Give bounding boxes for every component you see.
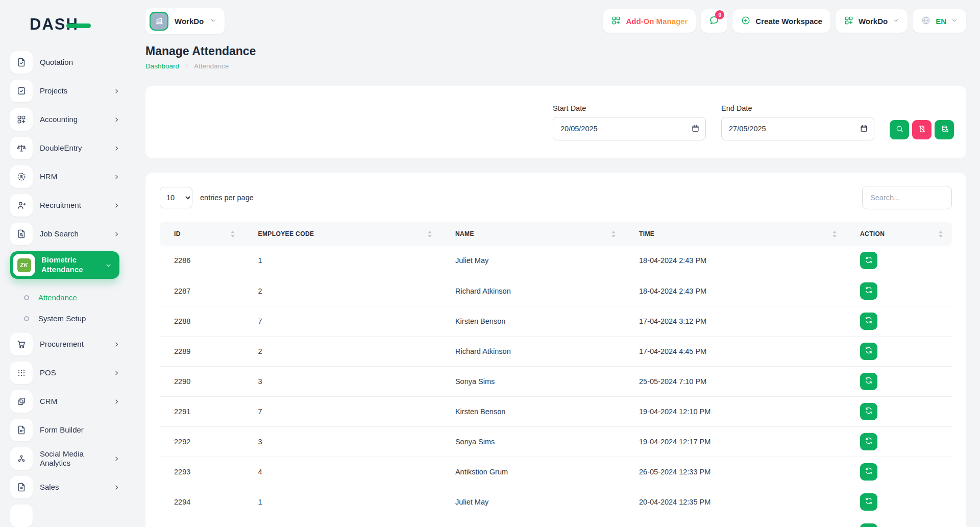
sync-row-button[interactable] xyxy=(860,493,877,511)
cell-id: 2290 xyxy=(160,366,244,396)
sort-icon xyxy=(939,231,943,237)
app-logo[interactable]: DASH xyxy=(10,0,128,49)
cell-time: 26-05-2024 12:33 PM xyxy=(625,457,846,487)
sidebar-item-biometric-attendance[interactable]: ZKBiometric Attendance xyxy=(10,251,119,279)
create-workspace-label: Create Workspace xyxy=(755,17,822,26)
blank-icon xyxy=(10,505,33,527)
start-date-group: Start Date xyxy=(553,104,706,140)
sidebar-item-pos[interactable]: POS xyxy=(10,362,122,384)
messages-button[interactable]: 0 xyxy=(701,9,727,33)
workspace-switcher[interactable]: WorkDo xyxy=(145,8,225,34)
cell-action xyxy=(846,517,952,527)
cell-id: 2287 xyxy=(160,276,244,306)
sidebar-item-job-search[interactable]: Job Search xyxy=(10,223,122,245)
sync-row-button[interactable] xyxy=(860,252,877,269)
table-row: 22892Richard Atkinson17-04-2024 4:45 PM xyxy=(160,336,952,366)
refresh-icon xyxy=(865,437,873,446)
column-header-action[interactable]: ACTION xyxy=(846,222,952,246)
cell-time: 19-04-2024 12:17 PM xyxy=(625,426,846,457)
sync-row-button[interactable] xyxy=(860,343,877,360)
chevron-right-icon xyxy=(113,398,120,405)
table-row: 22903Sonya Sims25-05-2024 7:10 PM xyxy=(160,366,952,396)
refresh-icon xyxy=(865,376,873,386)
end-date-input[interactable] xyxy=(721,117,874,140)
cell-employee-code: 1 xyxy=(244,246,441,276)
receipt-icon xyxy=(10,476,33,498)
sync-row-button[interactable] xyxy=(860,282,877,300)
cell-name: Sonya Sims xyxy=(441,366,625,396)
sidebar-item-crm[interactable]: CRM xyxy=(10,390,122,413)
cell-id: 2289 xyxy=(160,336,244,366)
column-header-employee-code[interactable]: EMPLOYEE CODE xyxy=(244,222,441,246)
table-row: 22934Antikstion Grum26-05-2024 12:33 PM xyxy=(160,457,952,487)
create-workspace-button[interactable]: Create Workspace xyxy=(732,9,830,33)
column-header-name[interactable]: NAME xyxy=(441,222,625,246)
main-content: WorkDo Add-On Manager 0 Create Workspace… xyxy=(128,0,980,527)
sidebar-item-social-media-analytics[interactable]: Social Media Analytics xyxy=(10,447,122,470)
sync-row-button[interactable] xyxy=(860,313,877,330)
chevron-right-icon xyxy=(113,369,120,377)
sync-row-button[interactable] xyxy=(860,523,877,527)
workdo-menu-button[interactable]: WorkDo xyxy=(836,9,908,33)
filter-buttons xyxy=(890,120,954,139)
sidebar-item-form-builder[interactable]: Form Builder xyxy=(10,419,122,441)
plus-circle-icon xyxy=(741,15,751,27)
table-search-input[interactable] xyxy=(862,186,952,209)
cell-action xyxy=(846,366,952,396)
sidebar-submenu: AttendanceSystem Setup xyxy=(10,286,122,333)
sync-attendance-button[interactable] xyxy=(935,120,954,139)
sync-row-button[interactable] xyxy=(860,433,877,450)
sidebar-item-projects[interactable]: Projects xyxy=(10,80,122,102)
sort-icon xyxy=(832,231,837,237)
column-header-id[interactable]: ID xyxy=(160,222,244,246)
sync-row-button[interactable] xyxy=(860,463,877,481)
cell-employee-code: 2 xyxy=(244,276,441,306)
bullet-icon xyxy=(24,295,29,300)
table-row: 22872Richard Atkinson18-04-2024 2:43 PM xyxy=(160,276,952,306)
sync-row-button[interactable] xyxy=(860,373,877,390)
sidebar-item-sales[interactable]: Sales xyxy=(10,476,122,498)
sync-row-button[interactable] xyxy=(860,403,877,420)
clear-filter-button[interactable] xyxy=(912,120,932,139)
workdo-menu-label: WorkDo xyxy=(859,17,888,26)
cell-name: Chloe Humphrey xyxy=(441,517,625,527)
sidebar-item-hrm[interactable]: HRM xyxy=(10,165,122,188)
cell-name: Juliet May xyxy=(441,246,625,276)
column-header-time[interactable]: TIME xyxy=(625,222,846,246)
language-button[interactable]: EN xyxy=(913,9,966,33)
cell-action xyxy=(846,457,952,487)
table-controls: 10 entries per page xyxy=(160,186,952,209)
file-form-icon xyxy=(10,419,33,441)
breadcrumb-dashboard-link[interactable]: Dashboard xyxy=(145,62,179,70)
topbar-actions: Add-On Manager 0 Create Workspace WorkDo… xyxy=(603,9,966,33)
calendar-icon[interactable] xyxy=(860,124,868,133)
sidebar-subitem-system-setup[interactable]: System Setup xyxy=(24,308,122,329)
end-date-group: End Date xyxy=(721,104,874,140)
refresh-icon xyxy=(865,406,873,416)
sidebar-item-recruitment[interactable]: Recruitment xyxy=(10,194,122,217)
cell-action xyxy=(846,487,952,517)
attendance-table: ID EMPLOYEE CODE NAME TIME ACTION 22861J… xyxy=(160,222,952,527)
cell-time: 17-04-2024 4:45 PM xyxy=(625,336,846,366)
filter-card: Start Date End Date xyxy=(145,86,966,158)
sidebar-item-accounting[interactable]: Accounting xyxy=(10,108,122,131)
cell-name: Kirsten Benson xyxy=(441,396,625,426)
apply-filter-button[interactable] xyxy=(890,120,909,139)
chevron-right-icon xyxy=(113,484,120,491)
entries-per-page-select[interactable]: 10 xyxy=(160,187,192,208)
end-date-label: End Date xyxy=(721,104,874,112)
start-date-field xyxy=(553,117,706,140)
page-title: Manage Attendance xyxy=(145,44,966,58)
sidebar-subitem-attendance[interactable]: Attendance xyxy=(24,287,122,308)
start-date-input[interactable] xyxy=(553,117,706,140)
sidebar-item-item xyxy=(10,505,122,527)
sidebar-item-quotation[interactable]: Quotation xyxy=(10,51,122,74)
user-focus-icon xyxy=(10,165,33,188)
user-plus-icon xyxy=(10,194,33,217)
sidebar-item-procurement[interactable]: Procurement xyxy=(10,333,122,355)
cell-id: 2293 xyxy=(160,457,244,487)
sidebar-item-doubleentry[interactable]: DoubleEntry xyxy=(10,137,122,159)
add-on-manager-button[interactable]: Add-On Manager xyxy=(603,9,696,33)
sort-icon xyxy=(428,231,432,237)
calendar-icon[interactable] xyxy=(691,124,700,133)
